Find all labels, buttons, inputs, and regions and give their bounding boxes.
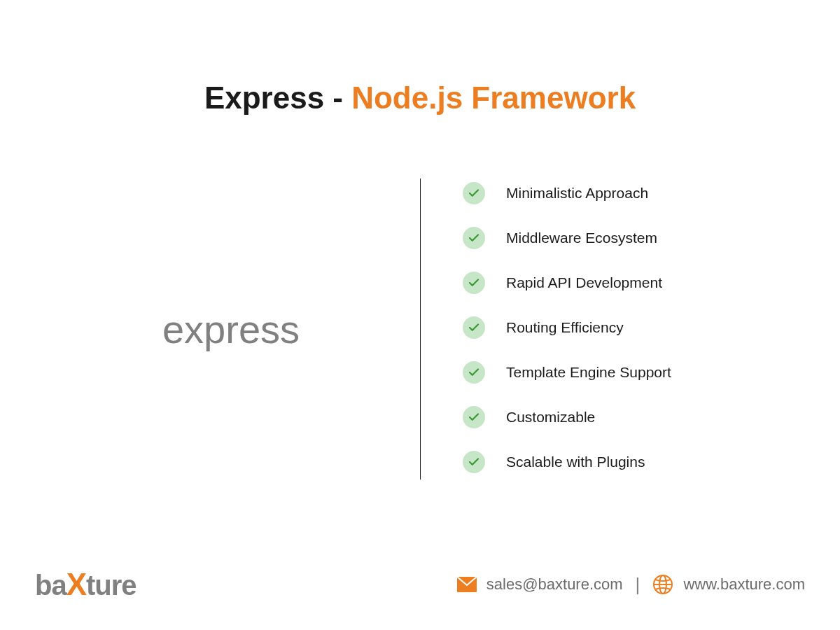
logo-part2: ture [86, 570, 136, 601]
check-icon [463, 451, 485, 473]
list-item: Middleware Ecosystem [463, 227, 798, 249]
title-highlight: Node.js Framework [351, 80, 636, 115]
list-item: Rapid API Development [463, 272, 798, 294]
check-icon [463, 227, 485, 249]
check-icon [463, 406, 485, 428]
feature-label: Middleware Ecosystem [506, 230, 657, 246]
page-title: Express - Node.js Framework [0, 0, 840, 115]
email-text: sales@baxture.com [486, 575, 623, 594]
mail-icon [457, 577, 477, 592]
contact-separator: | [636, 574, 640, 596]
list-item: Scalable with Plugins [463, 451, 798, 473]
express-logo: express [162, 307, 300, 352]
feature-label: Template Engine Support [506, 364, 671, 381]
contact-info: sales@baxture.com | www.baxture.com [457, 574, 805, 596]
feature-label: Rapid API Development [506, 274, 662, 291]
content-area: express Minimalistic Approach Middleware… [0, 178, 840, 496]
check-icon [463, 361, 485, 384]
feature-label: Minimalistic Approach [506, 185, 648, 202]
footer: baXture sales@baxture.com | www.baxture.… [0, 567, 840, 602]
check-icon [463, 182, 485, 204]
logo-panel: express [42, 178, 420, 479]
feature-label: Routing Efficiency [506, 319, 624, 336]
features-panel: Minimalistic Approach Middleware Ecosyst… [421, 178, 798, 496]
list-item: Minimalistic Approach [463, 182, 798, 204]
list-item: Customizable [463, 406, 798, 428]
email-item: sales@baxture.com [457, 575, 623, 594]
company-logo: baXture [35, 567, 136, 602]
list-item: Template Engine Support [463, 361, 798, 384]
website-item: www.baxture.com [652, 574, 805, 595]
logo-part1: ba [35, 570, 66, 601]
title-prefix: Express - [204, 80, 351, 115]
list-item: Routing Efficiency [463, 316, 798, 339]
website-text: www.baxture.com [683, 575, 805, 594]
feature-label: Scalable with Plugins [506, 454, 645, 470]
globe-icon [652, 574, 673, 595]
check-icon [463, 272, 485, 294]
feature-label: Customizable [506, 409, 595, 426]
check-icon [463, 316, 485, 339]
logo-x: X [66, 567, 86, 601]
